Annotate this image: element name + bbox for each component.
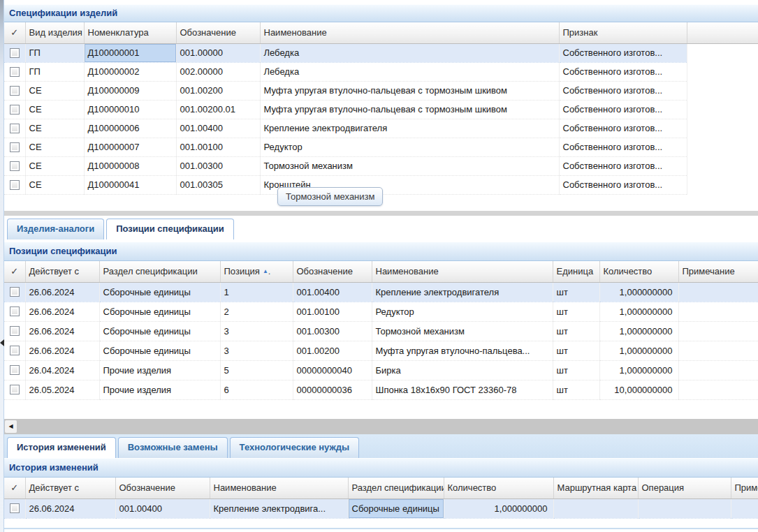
column-header-designation[interactable]: Обозначение — [176, 22, 260, 43]
row-checkbox[interactable] — [10, 161, 20, 171]
column-header-section[interactable]: Раздел спецификации — [99, 261, 220, 282]
select-all-column-header[interactable]: ✓ — [4, 478, 25, 498]
row-checkbox[interactable] — [10, 503, 20, 513]
row-checkbox[interactable] — [10, 86, 20, 96]
select-all-column-header[interactable]: ✓ — [4, 261, 25, 282]
positions-panel: Позиции спецификации ✓ Действует с Разде… — [4, 242, 758, 400]
cell-name: Редуктор — [372, 302, 553, 321]
cell-name: Лебедка — [260, 43, 559, 62]
cell-filler — [687, 175, 758, 194]
cell-position: 5 — [220, 360, 293, 380]
cell-operation — [638, 498, 731, 518]
column-header-position[interactable]: Позиция▲. — [220, 261, 293, 282]
cell-unit: шт — [553, 360, 599, 380]
tab-possible-replacements[interactable]: Возможные замены — [118, 437, 228, 458]
column-header-note[interactable]: Примечание — [731, 478, 758, 498]
cell-designation: 001.00000 — [176, 43, 260, 62]
cell-product-type: СЕ — [25, 119, 84, 138]
cell-filler — [687, 43, 758, 62]
table-row[interactable]: СЕ Д100000007 001.00100 Редуктор Собстве… — [4, 138, 758, 156]
table-row[interactable]: 26.06.2024 Сборочные единицы 3 001.00300… — [4, 321, 758, 341]
scroll-left-icon[interactable]: ◀ — [5, 420, 17, 433]
column-header-attribute[interactable]: Признак — [559, 22, 687, 43]
table-row[interactable]: СЕ Д100000006 001.00400 Крепление электр… — [4, 119, 758, 138]
table-row[interactable]: СЕ Д100000010 001.00200.01 Муфта упругая… — [4, 100, 758, 119]
column-header-nomenclature[interactable]: Номенклатура — [84, 22, 176, 43]
cell-designation: 001.00305 — [176, 175, 260, 194]
column-header-route-map[interactable]: Маршрутная карта — [553, 478, 638, 498]
cell-attribute: Собственного изготов... — [559, 81, 687, 100]
cell-name: Муфта упругая втулочно-пальцевая с тормо… — [260, 100, 559, 119]
cell-valid-from: 26.06.2024 — [25, 498, 115, 518]
row-checkbox[interactable] — [10, 326, 20, 336]
cell-designation: 001.00200 — [293, 341, 372, 360]
cell-note — [678, 341, 758, 360]
column-header-section[interactable]: Раздел спецификации — [348, 478, 444, 498]
column-header-operation[interactable]: Операция — [638, 478, 731, 498]
table-row[interactable]: СЕ Д100000009 001.00200 Муфта упругая вт… — [4, 81, 758, 100]
history-table: ✓ Действует с Обозначение Наименование Р… — [4, 478, 758, 519]
positions-table-hscrollbar[interactable]: ◀ — [4, 419, 758, 434]
cell-designation: 001.00400 — [176, 119, 260, 138]
column-header-designation[interactable]: Обозначение — [115, 478, 210, 498]
row-checkbox[interactable] — [10, 180, 20, 190]
column-header-unit[interactable]: Единица — [553, 261, 599, 282]
cell-product-type: СЕ — [25, 100, 84, 119]
table-row[interactable]: ГП Д100000001 001.00000 Лебедка Собствен… — [4, 43, 758, 62]
cell-attribute: Собственного изготов... — [559, 138, 687, 156]
table-row[interactable]: 26.04.2024 Прочие изделия 5 00000000040 … — [4, 360, 758, 380]
column-header-designation[interactable]: Обозначение — [293, 261, 372, 282]
table-row[interactable]: 26.06.2024 Сборочные единицы 3 001.00200… — [4, 341, 758, 360]
cell-attribute: Собственного изготов... — [559, 43, 687, 62]
cell-nomenclature: Д100000007 — [84, 138, 176, 156]
positions-header-row: ✓ Действует с Раздел спецификации Позици… — [4, 261, 758, 282]
cell-quantity: 1,000000000 — [444, 498, 553, 518]
table-row[interactable]: 26.06.2024 001.00400 Крепление электродв… — [4, 498, 758, 518]
row-checkbox[interactable] — [10, 306, 20, 316]
table-row[interactable]: 26.06.2024 Сборочные единицы 1 001.00400… — [4, 282, 758, 302]
table-row[interactable]: СЕ Д100000008 001.00300 Тормозной механи… — [4, 156, 758, 175]
cell-valid-from: 26.04.2024 — [25, 360, 99, 380]
check-icon: ✓ — [10, 266, 18, 276]
column-header-name[interactable]: Наименование — [372, 261, 553, 282]
column-header-quantity[interactable]: Количество — [444, 478, 553, 498]
cell-designation: 001.00200.01 — [176, 100, 260, 119]
checkbox-cell — [4, 138, 25, 156]
row-checkbox[interactable] — [10, 346, 20, 355]
column-header-valid-from[interactable]: Действует с — [25, 261, 99, 282]
cell-quantity: 1,000000000 — [599, 341, 678, 360]
table-row[interactable]: 26.05.2024 Прочие изделия 6 00000000036 … — [4, 380, 758, 399]
tab-products-analogs[interactable]: Изделия-аналоги — [7, 219, 104, 239]
row-checkbox[interactable] — [10, 385, 20, 394]
column-header-note[interactable]: Примечание — [678, 261, 758, 282]
row-checkbox[interactable] — [10, 287, 20, 297]
cell-quantity: 1,000000000 — [599, 321, 678, 341]
row-checkbox[interactable] — [10, 105, 20, 114]
column-header-valid-from[interactable]: Действует с — [25, 478, 115, 498]
table-row[interactable]: 26.06.2024 Сборочные единицы 2 001.00100… — [4, 302, 758, 321]
cell-section: Прочие изделия — [99, 360, 220, 380]
products-table-hscrollbar[interactable] — [4, 211, 758, 216]
cell-section: Сборочные единицы — [348, 498, 444, 518]
cell-designation: 00000000040 — [293, 360, 372, 380]
column-header-product-type[interactable]: Вид изделия — [25, 22, 84, 43]
cell-attribute: Собственного изготов... — [559, 100, 687, 119]
tab-spec-positions[interactable]: Позиции спецификации — [106, 219, 234, 239]
row-checkbox[interactable] — [10, 365, 20, 375]
cell-designation: 001.00300 — [293, 321, 372, 341]
row-checkbox[interactable] — [10, 67, 20, 77]
cell-filler — [687, 81, 758, 100]
column-header-name[interactable]: Наименование — [260, 22, 559, 43]
select-all-column-header[interactable]: ✓ — [4, 22, 25, 43]
row-checkbox[interactable] — [10, 48, 20, 58]
cell-filler — [687, 119, 758, 138]
cell-product-type: СЕ — [25, 175, 84, 194]
row-checkbox[interactable] — [10, 124, 20, 133]
tab-technological-needs[interactable]: Технологические нужды — [230, 437, 359, 458]
column-header-name[interactable]: Наименование — [210, 478, 348, 498]
tab-change-history[interactable]: История изменений — [7, 437, 116, 458]
table-row[interactable]: ГП Д100000002 002.00000 Лебедка Собствен… — [4, 62, 758, 81]
row-checkbox[interactable] — [10, 142, 20, 152]
column-header-quantity[interactable]: Количество — [599, 261, 678, 282]
check-icon: ✓ — [10, 482, 18, 493]
